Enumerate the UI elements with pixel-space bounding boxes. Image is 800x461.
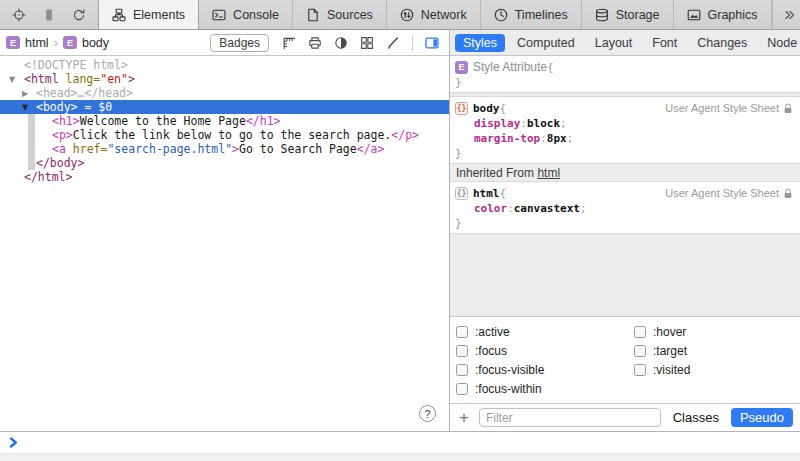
tab-timelines[interactable]: Timelines (481, 0, 582, 29)
breadcrumb: Ehtml›Ebody (6, 35, 109, 50)
lock-icon (783, 188, 793, 199)
pseudo-checkbox-visited[interactable]: :visited (632, 360, 796, 379)
sidebar-tab-font[interactable]: Font (644, 34, 685, 52)
pseudo-label: :hover (653, 325, 686, 339)
pseudo-label: :target (653, 344, 687, 358)
dom-tree-line[interactable]: <a href="search-page.html">Go to Search … (0, 142, 449, 156)
toolbar-left-buttons (0, 0, 98, 29)
property-value: canvastext (514, 201, 580, 216)
dom-tree-line[interactable]: ▶<head>…</head> (0, 86, 449, 100)
appearance-toggle-button[interactable] (330, 34, 352, 52)
styles-panel: EStyle Attribute {}{}body {User Agent St… (450, 56, 800, 431)
pseudo-label: :focus (475, 344, 507, 358)
dom-tree-line[interactable]: <p>Click the link below to go to the sea… (0, 128, 449, 142)
style-filter-input[interactable] (479, 408, 661, 427)
tab-label: Graphics (708, 8, 758, 22)
pseudo-class-panel: :active:focus:focus-visible:focus-within… (450, 316, 800, 403)
grid-overlay-button[interactable] (356, 34, 378, 52)
sidebar-tab-styles[interactable]: Styles (455, 34, 505, 52)
checkbox[interactable] (456, 345, 468, 357)
disclosure-triangle[interactable]: ▼ (9, 73, 15, 87)
property-name: color (474, 201, 507, 216)
new-rule-button[interactable]: + (457, 409, 471, 426)
pseudo-checkbox-active[interactable]: :active (454, 322, 632, 341)
breadcrumb-bar: Ehtml›Ebody Badges (0, 30, 449, 56)
device-settings-button[interactable] (38, 6, 60, 24)
print-styles-button[interactable] (304, 34, 326, 52)
css-property[interactable]: margin-top: 8px; (450, 131, 800, 146)
main-split: Ehtml›Ebody Badges <!DOCTYPE html>▼<html… (0, 30, 800, 431)
graphics-icon (687, 8, 701, 22)
reload-button[interactable] (68, 6, 90, 24)
breadcrumb-item-body[interactable]: Ebody (63, 36, 109, 50)
css-rule-section: {}html {User Agent Style Sheetcolor: can… (450, 182, 800, 233)
tab-graphics[interactable]: Graphics (674, 0, 772, 29)
help-button[interactable]: ? (419, 405, 436, 422)
style-origin-note: User Agent Style Sheet (665, 101, 795, 116)
disclosure-triangle[interactable]: ▶ (22, 87, 28, 101)
pseudo-checkbox-focus-within[interactable]: :focus-within (454, 379, 632, 398)
checkbox[interactable] (456, 383, 468, 395)
checkbox[interactable] (456, 326, 468, 338)
tab-label: Elements (133, 8, 185, 22)
tab-network[interactable]: Network (387, 0, 481, 29)
inherited-from-bar: Inherited From html (450, 163, 800, 182)
disclosure-triangle[interactable]: ▼ (22, 101, 28, 115)
dom-tree-line[interactable]: </body> (0, 156, 449, 170)
pseudo-label: :focus-visible (475, 363, 544, 377)
dom-tree-line[interactable]: ▼<body> = $0 (0, 100, 449, 114)
pseudo-checkbox-focus[interactable]: :focus (454, 341, 632, 360)
sidebar-tab-node[interactable]: Node (759, 34, 800, 52)
paint-flashing-button[interactable] (382, 34, 404, 52)
dom-tree-line[interactable]: </html> (0, 170, 449, 184)
pseudo-column: :active:focus:focus-visible:focus-within (454, 322, 632, 398)
sidebar-tab-computed[interactable]: Computed (509, 34, 583, 52)
badges-button[interactable]: Badges (210, 34, 269, 52)
tab-elements[interactable]: Elements (99, 0, 199, 29)
pseudo-checkbox-focus-visible[interactable]: :focus-visible (454, 360, 632, 379)
css-property[interactable]: display: block; (450, 116, 800, 131)
stylesheet-badge-icon: {} (455, 187, 468, 200)
sidebar-tab-bar: StylesComputedLayoutFontChangesNodeLayer… (450, 30, 800, 56)
breadcrumb-item-html[interactable]: Ehtml (6, 36, 49, 50)
more-tabs-button[interactable] (772, 0, 800, 29)
css-rule-close: } (450, 146, 800, 161)
device-icon (42, 8, 56, 22)
property-value: block (527, 116, 560, 131)
checkbox[interactable] (456, 364, 468, 376)
pseudo-checkbox-hover[interactable]: :hover (632, 322, 796, 341)
tab-console[interactable]: Console (199, 0, 293, 29)
paintbrush-icon (386, 36, 400, 50)
dom-tree-line[interactable]: <!DOCTYPE html> (0, 58, 449, 72)
stylesheet-badge-icon: {} (455, 102, 468, 115)
classes-toggle-button[interactable]: Classes (669, 408, 723, 427)
css-property[interactable]: color: canvastext; (450, 201, 800, 216)
tab-storage[interactable]: Storage (582, 0, 674, 29)
style-filter-bar: + Classes Pseudo (450, 403, 800, 431)
checkbox[interactable] (634, 345, 646, 357)
inspect-element-button[interactable] (8, 6, 30, 24)
pseudo-checkbox-target[interactable]: :target (632, 341, 796, 360)
details-sidebar-toggle-button[interactable] (421, 34, 443, 52)
css-rule-header[interactable]: {}html {User Agent Style Sheet (450, 186, 800, 201)
checkbox[interactable] (634, 326, 646, 338)
tab-label: Sources (327, 8, 373, 22)
sidebar-tab-layout[interactable]: Layout (587, 34, 641, 52)
checkbox[interactable] (634, 364, 646, 376)
ruler-button[interactable] (278, 34, 300, 52)
network-icon (400, 8, 414, 22)
tab-sources[interactable]: Sources (293, 0, 387, 29)
sidebar-tab-changes[interactable]: Changes (689, 34, 755, 52)
dom-tree: <!DOCTYPE html>▼<html lang="en">▶<head>…… (0, 56, 449, 431)
tab-label: Timelines (515, 8, 568, 22)
css-rule-header[interactable]: EStyle Attribute { (450, 60, 800, 75)
details-sidebar: StylesComputedLayoutFontChangesNodeLayer… (450, 30, 800, 431)
console-prompt[interactable] (0, 432, 800, 453)
css-rule-section: EStyle Attribute {} (450, 56, 800, 92)
breadcrumb-label: html (25, 36, 49, 50)
pseudo-toggle-button[interactable]: Pseudo (731, 408, 793, 427)
inherited-link[interactable]: html (537, 166, 560, 180)
css-rule-header[interactable]: {}body {User Agent Style Sheet (450, 101, 800, 116)
dom-tree-line[interactable]: <h1>Welcome to the Home Page</h1> (0, 114, 449, 128)
dom-tree-line[interactable]: ▼<html lang="en"> (0, 72, 449, 86)
